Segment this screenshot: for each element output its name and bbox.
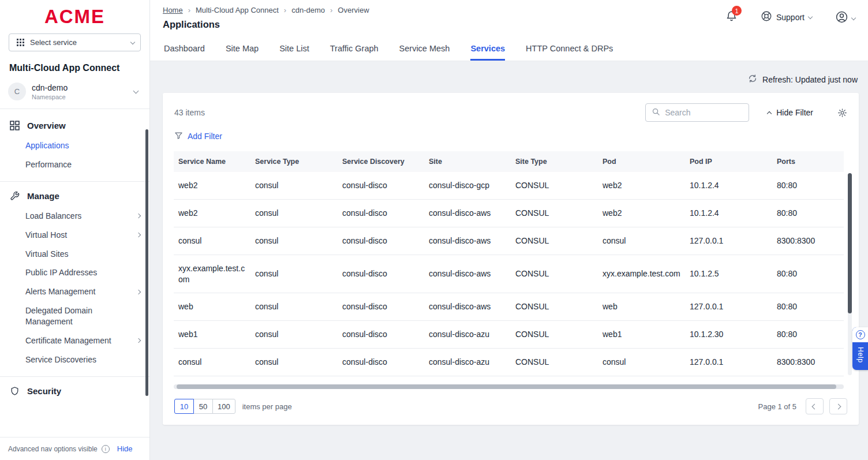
table-row[interactable]: web2 consul consul-disco consul-disco-aw… bbox=[174, 199, 844, 227]
next-page-button[interactable] bbox=[829, 398, 847, 414]
hide-nav-link[interactable]: Hide bbox=[117, 444, 133, 453]
chevron-right-icon bbox=[836, 403, 841, 409]
tab-site-list[interactable]: Site List bbox=[279, 44, 309, 61]
sidebar-scrollbar[interactable] bbox=[145, 129, 148, 396]
settings-gear-icon[interactable] bbox=[837, 108, 847, 118]
pagination: 10 50 100 items per page Page 1 of 5 bbox=[163, 389, 859, 419]
sidebar-section-security[interactable]: Security bbox=[0, 380, 149, 402]
breadcrumb-separator-icon bbox=[330, 6, 332, 14]
table-cell: consul-disco-aws bbox=[424, 255, 511, 293]
main-area: Home Multi-Cloud App Connect cdn-demo Ov… bbox=[150, 0, 868, 460]
page-size-50-button[interactable]: 50 bbox=[193, 399, 213, 414]
sidebar-item-performance[interactable]: Performance bbox=[0, 155, 149, 174]
chevron-down-icon bbox=[130, 39, 135, 44]
nav-section-overview: Overview Applications Performance bbox=[0, 115, 149, 179]
table-cell: consul bbox=[174, 349, 250, 376]
service-selector[interactable]: Select service bbox=[9, 33, 141, 51]
tab-http-connect-drps[interactable]: HTTP Connect & DRPs bbox=[526, 44, 613, 61]
refresh-row: Refresh: Updated just now bbox=[163, 61, 859, 93]
section-label: Manage bbox=[27, 191, 59, 201]
chevron-down-icon bbox=[133, 88, 139, 94]
tab-dashboard[interactable]: Dashboard bbox=[164, 44, 205, 61]
help-label: Help bbox=[856, 342, 865, 370]
breadcrumb-multi-cloud-app-connect[interactable]: Multi-Cloud App Connect bbox=[196, 6, 279, 14]
table-cell: 10.1.2.30 bbox=[685, 321, 772, 349]
table-cell: 10.1.2.5 bbox=[685, 255, 772, 293]
services-table: Service Name Service Type Service Discov… bbox=[174, 151, 844, 376]
tab-site-map[interactable]: Site Map bbox=[226, 44, 259, 61]
breadcrumb-cdn-demo[interactable]: cdn-demo bbox=[291, 6, 325, 14]
support-menu[interactable]: Support bbox=[761, 10, 812, 24]
sidebar-item-label: Applications bbox=[25, 140, 69, 151]
tab-service-mesh[interactable]: Service Mesh bbox=[399, 44, 450, 61]
table-row[interactable]: web consul consul-disco consul-disco-aws… bbox=[174, 293, 844, 321]
user-account-icon bbox=[835, 10, 848, 26]
column-header: Site Type bbox=[511, 151, 598, 172]
sidebar-item-service-discoveries[interactable]: Service Discoveries bbox=[0, 350, 149, 369]
breadcrumb-home[interactable]: Home bbox=[163, 6, 183, 14]
acme-logo-text: ACME bbox=[44, 6, 105, 28]
page-size-100-button[interactable]: 100 bbox=[212, 399, 235, 414]
table-row[interactable]: web2 consul consul-disco consul-disco-gc… bbox=[174, 172, 844, 199]
sidebar-item-alerts-management[interactable]: Alerts Management bbox=[0, 282, 149, 301]
table-cell: consul bbox=[598, 227, 685, 255]
table-cell: consul-disco-azu bbox=[424, 349, 511, 376]
previous-page-button[interactable] bbox=[806, 398, 824, 414]
table-cell: 80:80 bbox=[772, 321, 844, 349]
table-cell: 127.0.0.1 bbox=[685, 293, 772, 321]
sidebar-section-manage[interactable]: Manage bbox=[0, 185, 149, 207]
topbar-right: 1 Support bbox=[725, 6, 855, 36]
app-title: Multi-Cloud App Connect bbox=[0, 58, 149, 81]
sidebar-item-public-ip-addresses[interactable]: Public IP Addresses bbox=[0, 263, 149, 282]
table-cell: web1 bbox=[598, 321, 685, 349]
table-cell: web bbox=[598, 293, 685, 321]
table-row[interactable]: web1 consul consul-disco consul-disco-az… bbox=[174, 321, 844, 349]
sidebar-item-label: Performance bbox=[25, 159, 72, 170]
table-row[interactable]: consul consul consul-disco consul-disco-… bbox=[174, 349, 844, 376]
table-cell: CONSUL bbox=[511, 227, 598, 255]
column-header: Pod bbox=[598, 151, 685, 172]
search-icon bbox=[652, 107, 660, 118]
horizontal-scrollbar-track bbox=[174, 384, 844, 389]
sidebar-section-overview[interactable]: Overview bbox=[0, 115, 149, 136]
refresh-button[interactable]: Refresh: Updated just now bbox=[748, 74, 858, 85]
vertical-scrollbar[interactable] bbox=[848, 173, 852, 313]
notifications-button[interactable]: 1 bbox=[725, 10, 738, 25]
table-row[interactable]: xyx.example.test.com consul consul-disco… bbox=[174, 255, 844, 293]
add-filter-button[interactable]: Add Filter bbox=[174, 131, 222, 141]
tab-services[interactable]: Services bbox=[470, 44, 505, 61]
sidebar-item-label: Alerts Management bbox=[25, 286, 95, 297]
add-filter-row: Add Filter bbox=[163, 122, 859, 151]
toolbar-right: Hide Filter bbox=[645, 103, 847, 122]
search-input[interactable] bbox=[665, 108, 743, 117]
page-size-10-button[interactable]: 10 bbox=[174, 399, 194, 414]
sidebar-item-virtual-sites[interactable]: Virtual Sites bbox=[0, 245, 149, 264]
nav-section-manage: Manage Load Balancers Virtual Host Virtu… bbox=[0, 181, 149, 374]
refresh-label: Refresh: Updated just now bbox=[762, 75, 858, 84]
table-zone: Service Name Service Type Service Discov… bbox=[174, 151, 853, 376]
horizontal-scrollbar[interactable] bbox=[177, 384, 836, 389]
help-tab[interactable]: ? Help bbox=[852, 327, 868, 370]
column-header: Ports bbox=[772, 151, 844, 172]
hide-filter-button[interactable]: Hide Filter bbox=[768, 108, 813, 117]
sidebar-item-certificate-management[interactable]: Certificate Management bbox=[0, 331, 149, 350]
table-toolbar: 43 items Hide Filter bbox=[163, 103, 859, 122]
vertical-scrollbar-track bbox=[848, 173, 852, 375]
tab-traffic-graph[interactable]: Traffic Graph bbox=[330, 44, 379, 61]
sidebar-item-label: Public IP Addresses bbox=[25, 267, 97, 278]
namespace-text: cdn-demo Namespace bbox=[32, 83, 128, 100]
sidebar-item-virtual-host[interactable]: Virtual Host bbox=[0, 226, 149, 245]
chevron-down-icon bbox=[851, 15, 856, 20]
sidebar-item-applications[interactable]: Applications bbox=[0, 136, 149, 155]
namespace-selector[interactable]: C cdn-demo Namespace bbox=[0, 81, 149, 109]
items-per-page-label: items per page bbox=[242, 402, 292, 411]
table-row[interactable]: consul consul consul-disco consul-disco-… bbox=[174, 227, 844, 255]
sidebar-item-label: Delegated Domain Management bbox=[25, 305, 132, 327]
info-glyph: i bbox=[105, 446, 106, 452]
info-icon[interactable]: i bbox=[102, 445, 110, 453]
pagination-right: Page 1 of 5 bbox=[758, 398, 848, 414]
support-label: Support bbox=[776, 13, 805, 22]
account-menu[interactable] bbox=[835, 10, 855, 26]
sidebar-item-load-balancers[interactable]: Load Balancers bbox=[0, 207, 149, 226]
sidebar-item-delegated-domain-management[interactable]: Delegated Domain Management bbox=[0, 301, 149, 331]
